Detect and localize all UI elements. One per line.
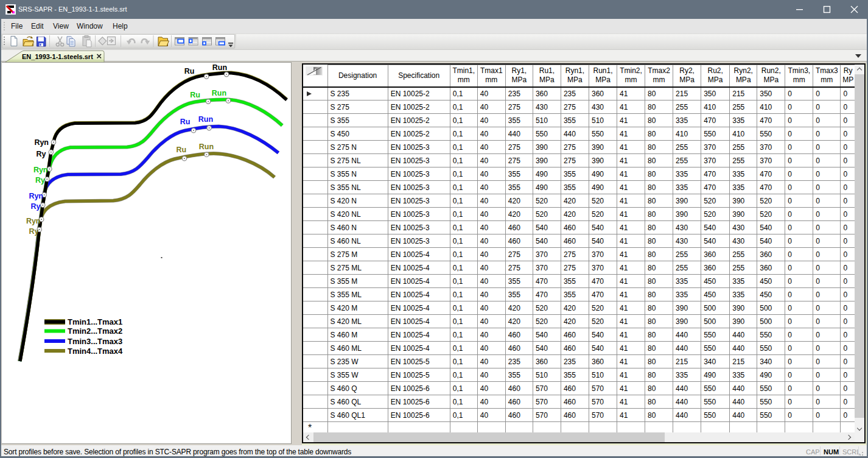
svg-text:Run: Run (212, 63, 227, 72)
svg-text:Run: Run (199, 143, 214, 151)
svg-text:Run: Run (198, 115, 213, 124)
svg-text:EN_1993-1-1.steels.srt: EN_1993-1-1.steels.srt (22, 53, 93, 60)
svg-text:Ry: Ry (29, 227, 39, 236)
svg-text:Ry: Ry (31, 202, 41, 211)
svg-text:Ry: Ry (37, 150, 46, 158)
svg-text:Ru: Ru (176, 146, 186, 154)
svg-text:Ryn: Ryn (33, 166, 48, 174)
svg-text:Ru: Ru (190, 91, 200, 99)
svg-text:Tmin4...Tmax4: Tmin4...Tmax4 (68, 347, 123, 356)
svg-text:Run: Run (212, 89, 226, 97)
svg-text:Ry: Ry (35, 176, 45, 185)
svg-text:Tmin2...Tmax2: Tmin2...Tmax2 (68, 326, 122, 336)
svg-text:Ryn: Ryn (29, 192, 43, 200)
svg-text:Ru: Ru (180, 118, 191, 126)
svg-text:Ryn: Ryn (34, 138, 49, 147)
svg-text:Tmin3...Tmax3: Tmin3...Tmax3 (68, 337, 122, 346)
svg-text:Tmin1...Tmax1: Tmin1...Tmax1 (68, 317, 122, 326)
svg-text:Ru: Ru (184, 67, 195, 76)
svg-text:Ryn: Ryn (26, 217, 41, 225)
